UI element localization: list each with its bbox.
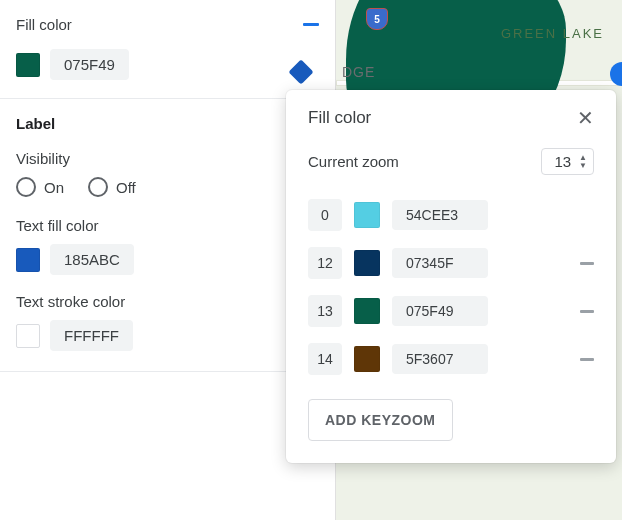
label-section: Label Visibility On Off Text fill color … [0, 98, 335, 372]
keyzoom-zoom-level[interactable]: 13 [308, 295, 342, 327]
keyzoom-row: 145F3607 [308, 343, 594, 375]
field-label: Text fill color [16, 217, 319, 234]
color-swatch[interactable] [354, 202, 380, 228]
visibility-on-option[interactable]: On [16, 177, 64, 197]
color-swatch[interactable] [16, 53, 40, 77]
keyzoom-list: 054CEE31207345F13075F49145F3607 [308, 199, 594, 375]
radio-icon [16, 177, 36, 197]
field-label: Text stroke color [16, 293, 319, 310]
color-swatch[interactable] [354, 250, 380, 276]
color-swatch[interactable] [16, 324, 40, 348]
fill-color-control: 075F49 [0, 41, 335, 98]
hex-input[interactable]: 07345F [392, 248, 488, 278]
keyzoom-zoom-level[interactable]: 0 [308, 199, 342, 231]
radio-label: Off [116, 179, 136, 196]
remove-keyzoom-icon[interactable] [580, 262, 594, 265]
popup-title: Fill color [308, 108, 371, 128]
color-swatch[interactable] [16, 248, 40, 272]
section-title: Fill color [16, 16, 72, 33]
current-zoom-value: 13 [554, 153, 571, 170]
visibility-radio-group: On Off [16, 177, 319, 197]
stepper-arrows-icon[interactable]: ▲▼ [579, 154, 587, 170]
collapse-icon[interactable] [303, 23, 319, 26]
map-area-label: GREEN LAKE [501, 26, 604, 41]
text-stroke-color-field: Text stroke color FFFFFF [16, 293, 319, 351]
hex-input[interactable]: FFFFFF [50, 320, 133, 351]
current-zoom-label: Current zoom [308, 153, 399, 170]
remove-keyzoom-icon[interactable] [580, 310, 594, 313]
hex-input[interactable]: 185ABC [50, 244, 134, 275]
current-zoom-stepper[interactable]: 13 ▲▼ [541, 148, 594, 175]
label-heading: Label [16, 115, 319, 132]
fill-color-popup: Fill color ✕ Current zoom 13 ▲▼ 054CEE31… [286, 90, 616, 463]
color-swatch[interactable] [354, 298, 380, 324]
hex-input[interactable]: 5F3607 [392, 344, 488, 374]
map-area-label-partial: DGE [342, 64, 375, 80]
popup-header: Fill color ✕ [308, 108, 594, 128]
hex-input[interactable]: 075F49 [392, 296, 488, 326]
keyzoom-zoom-level[interactable]: 12 [308, 247, 342, 279]
visibility-label: Visibility [16, 150, 319, 167]
keyzoom-row: 13075F49 [308, 295, 594, 327]
close-icon[interactable]: ✕ [577, 108, 594, 128]
current-zoom-row: Current zoom 13 ▲▼ [308, 148, 594, 175]
keyzoom-zoom-level[interactable]: 14 [308, 343, 342, 375]
interstate-shield-icon: 5 [366, 8, 388, 30]
keyzoom-row: 054CEE3 [308, 199, 594, 231]
remove-keyzoom-icon[interactable] [580, 358, 594, 361]
keyzoom-row: 1207345F [308, 247, 594, 279]
text-fill-color-field: Text fill color 185ABC [16, 217, 319, 275]
hex-input[interactable]: 54CEE3 [392, 200, 488, 230]
fill-color-section-header[interactable]: Fill color [0, 0, 335, 41]
color-swatch[interactable] [354, 346, 380, 372]
hex-input[interactable]: 075F49 [50, 49, 129, 80]
visibility-off-option[interactable]: Off [88, 177, 136, 197]
radio-icon [88, 177, 108, 197]
radio-label: On [44, 179, 64, 196]
add-keyzoom-button[interactable]: ADD KEYZOOM [308, 399, 453, 441]
